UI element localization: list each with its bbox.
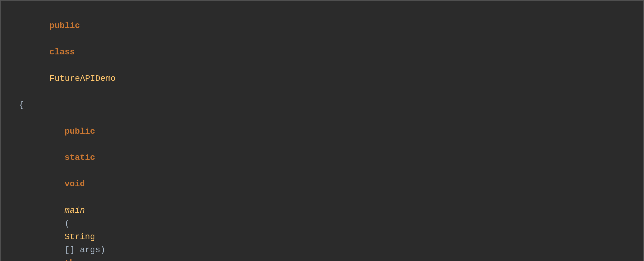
keyword-class: class bbox=[49, 47, 75, 57]
space bbox=[49, 34, 55, 44]
kw-public: public bbox=[65, 127, 95, 136]
keyword-public: public bbox=[49, 21, 80, 30]
code-line-2: { bbox=[1, 98, 643, 112]
method-main: main bbox=[65, 206, 85, 215]
kw-static: static bbox=[65, 153, 95, 162]
code-line-3: public static void main ( String [] args… bbox=[1, 112, 643, 261]
kw-void: void bbox=[65, 179, 85, 189]
classname: FutureAPIDemo bbox=[49, 74, 116, 83]
kw-throws: throws bbox=[65, 258, 95, 261]
line-content-3: public static void main ( String [] args… bbox=[16, 112, 637, 261]
code-editor: public class FutureAPIDemo { public stat… bbox=[0, 0, 644, 261]
line-content-1: public class FutureAPIDemo bbox=[16, 6, 637, 98]
cls-string-arr: String bbox=[65, 232, 95, 242]
code-line-1: public class FutureAPIDemo bbox=[1, 6, 643, 98]
space bbox=[49, 61, 55, 70]
line-content-2: { bbox=[16, 98, 637, 112]
